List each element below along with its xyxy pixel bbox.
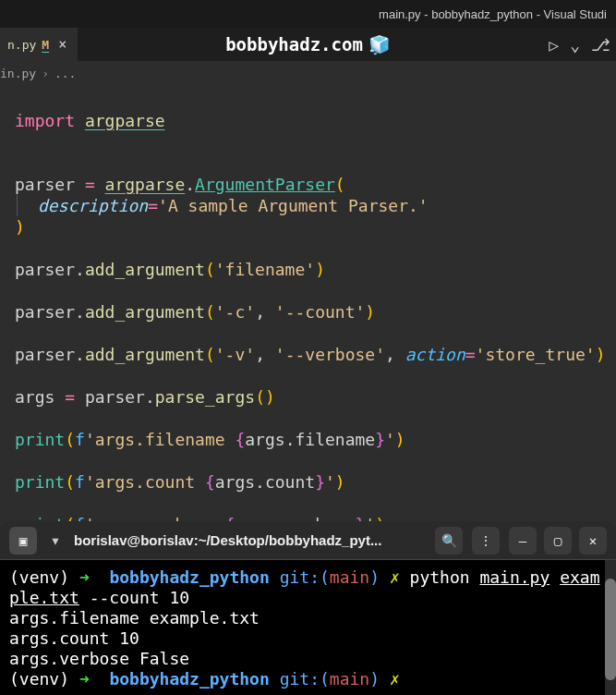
minimize-icon[interactable]: —: [509, 527, 537, 555]
run-controls: ▷ ⌄ ⎇: [549, 35, 610, 55]
branch-icon[interactable]: ⎇: [591, 35, 610, 55]
cube-icon: 🧊: [368, 34, 391, 55]
terminal-title: borislav@borislav:~/Desktop/bobbyhadz_py…: [74, 532, 426, 548]
tab-main-py[interactable]: n.py M ×: [0, 28, 78, 61]
chevron-right-icon: ›: [42, 67, 49, 80]
chevron-down-icon[interactable]: ▾: [46, 530, 65, 550]
menu-icon[interactable]: ⋮: [472, 527, 500, 555]
terminal-titlebar: ▣ ▾ borislav@borislav:~/Desktop/bobbyhad…: [0, 521, 616, 560]
tab-bar: n.py M × bobbyhadz.com 🧊 ▷ ⌄ ⎇: [0, 28, 616, 61]
search-icon[interactable]: 🔍: [435, 527, 463, 555]
maximize-icon[interactable]: ▢: [544, 527, 572, 555]
window-titlebar: main.py - bobbyhadz_python - Visual Stud…: [0, 0, 616, 28]
breadcrumb-file[interactable]: in.py: [0, 67, 36, 80]
window-title: main.py - bobbyhadz_python - Visual Stud…: [379, 7, 607, 21]
close-icon[interactable]: ×: [54, 36, 70, 53]
site-overlay: bobbyhadz.com 🧊: [225, 34, 391, 55]
breadcrumb-more[interactable]: ...: [54, 67, 76, 80]
tab-modified-indicator: M: [42, 38, 49, 52]
run-icon[interactable]: ▷: [549, 35, 559, 55]
tab-label: n.py: [7, 38, 36, 52]
code-editor[interactable]: import argparse parser = argparse.Argume…: [0, 85, 616, 535]
chevron-down-icon[interactable]: ⌄: [570, 35, 580, 55]
close-icon[interactable]: ✕: [579, 527, 607, 555]
terminal-panel: ▣ ▾ borislav@borislav:~/Desktop/bobbyhad…: [0, 521, 616, 695]
terminal-new-tab-icon[interactable]: ▣: [9, 527, 37, 555]
breadcrumb[interactable]: in.py › ...: [0, 61, 616, 85]
scrollbar[interactable]: [605, 560, 616, 695]
terminal-body[interactable]: (venv) ➜ bobbyhadz_python git:(main) ✗ p…: [0, 560, 616, 695]
scrollbar-thumb[interactable]: [605, 579, 616, 680]
